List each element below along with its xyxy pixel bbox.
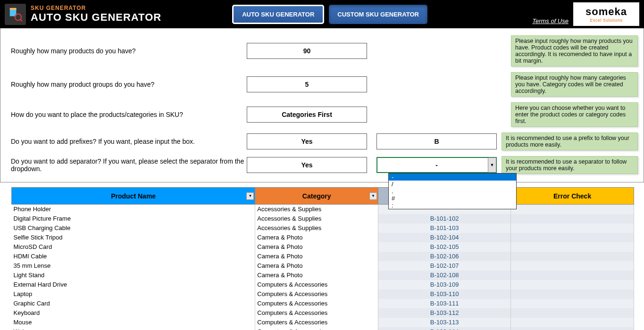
table-row: HDMI CableCamera & PhotoB-102-106: [12, 252, 634, 261]
input-separator-toggle[interactable]: [247, 157, 367, 173]
app-subtitle: SKU GENERATOR: [31, 5, 161, 11]
col-product-name: Product Name ▼: [12, 188, 255, 205]
table-row: KeyboardComputers & AccessoriesB-103-112: [12, 308, 634, 318]
vendor-logo: someka Excel Solutions: [573, 2, 639, 26]
cell-product[interactable]: Graphic Card: [12, 299, 255, 308]
cell-product[interactable]: Keyboard: [12, 308, 255, 318]
cell-error: [511, 242, 634, 252]
cell-category[interactable]: Camera & Photo: [255, 252, 378, 261]
vendor-tag: Excel Solutions: [590, 18, 622, 23]
table-row: USB Charging CableAccessories & Supplies…: [12, 223, 634, 233]
dropdown-item[interactable]: :: [389, 202, 516, 209]
app-title: AUTO SKU GENERATOR: [31, 11, 161, 24]
cell-product[interactable]: Digital Picture Frame: [12, 214, 255, 223]
cell-sku: B-103-112: [378, 308, 511, 318]
hint-products-count: Please input roughly how many products y…: [511, 35, 638, 66]
cell-category[interactable]: Computers & Accessories: [255, 280, 378, 289]
input-groups-count[interactable]: [247, 76, 367, 92]
cell-sku: B-103-110: [378, 289, 511, 299]
label-products-count: Roughly how many products do you have?: [6, 47, 247, 55]
dropdown-item[interactable]: /: [389, 181, 516, 188]
cell-category[interactable]: Accessories & Supplies: [255, 223, 378, 233]
chevron-down-icon[interactable]: ▼: [488, 157, 496, 173]
cell-error: [511, 299, 634, 308]
cell-sku: B-102-105: [378, 242, 511, 252]
label-groups-count: Roughly how many product groups do you h…: [6, 81, 247, 88]
cell-product[interactable]: Light Stand: [12, 271, 255, 280]
app-header: SKU GENERATOR AUTO SKU GENERATOR AUTO SK…: [0, 0, 644, 28]
cell-category[interactable]: Computers & Accessories: [255, 299, 378, 308]
vendor-brand: someka: [585, 6, 627, 18]
col-category: Category ▼: [255, 188, 378, 205]
row-products-count: Roughly how many products do you have? P…: [6, 35, 638, 66]
table-row: External Hard DriveComputers & Accessori…: [12, 280, 634, 289]
header-titles: SKU GENERATOR AUTO SKU GENERATOR: [31, 5, 161, 24]
input-prefix-value[interactable]: [376, 133, 497, 149]
filter-icon[interactable]: ▼: [246, 192, 254, 200]
custom-sku-button[interactable]: CUSTOM SKU GENERATOR: [329, 5, 427, 24]
app-logo-icon: [5, 4, 26, 25]
cell-product[interactable]: USB Charging Cable: [12, 223, 255, 233]
row-separator: Do you want to add separator? If you wan…: [6, 156, 638, 174]
cell-error: [511, 271, 634, 280]
auto-sku-button[interactable]: AUTO SKU GENERATOR: [232, 5, 324, 24]
dropdown-item[interactable]: -: [389, 173, 516, 181]
header-left: SKU GENERATOR AUTO SKU GENERATOR: [5, 4, 161, 25]
cell-error: [511, 233, 634, 242]
cell-product[interactable]: Mouse: [12, 318, 255, 327]
cell-sku: B-101-103: [378, 223, 511, 233]
cell-product[interactable]: HDMI Cable: [12, 252, 255, 261]
cell-category[interactable]: Camera & Photo: [255, 233, 378, 242]
table-row: WebcamComputers & AccessoriesB-103-114: [12, 327, 634, 330]
cell-product[interactable]: Webcam: [12, 327, 255, 330]
cell-category[interactable]: Camera & Photo: [255, 242, 378, 252]
data-grid: Product Name ▼ Category ▼ SKU Error Chec…: [0, 187, 644, 330]
cell-sku: B-102-106: [378, 252, 511, 261]
cell-category[interactable]: Accessories & Supplies: [255, 205, 378, 214]
cell-product[interactable]: MicroSD Card: [12, 242, 255, 252]
cell-product[interactable]: Selfie Stick Tripod: [12, 233, 255, 242]
terms-link[interactable]: Terms of Use: [532, 17, 569, 25]
separator-dropdown-list[interactable]: - / . # :: [388, 173, 517, 209]
dropdown-item[interactable]: #: [389, 195, 516, 202]
cell-sku: B-102-108: [378, 271, 511, 280]
cell-product[interactable]: Phone Holder: [12, 205, 255, 214]
input-products-count[interactable]: [247, 43, 367, 59]
table-row: Digital Picture FrameAccessories & Suppl…: [12, 214, 634, 223]
cell-category[interactable]: Computers & Accessories: [255, 318, 378, 327]
separator-select[interactable]: - ▼: [376, 157, 497, 173]
cell-error: [511, 318, 634, 327]
cell-error: [511, 223, 634, 233]
cell-category[interactable]: Computers & Accessories: [255, 308, 378, 318]
cell-error: [511, 289, 634, 299]
cell-error: [511, 280, 634, 289]
cell-category[interactable]: Computers & Accessories: [255, 289, 378, 299]
separator-value: -: [435, 161, 438, 169]
cell-category[interactable]: Computers & Accessories: [255, 327, 378, 330]
cell-category[interactable]: Camera & Photo: [255, 271, 378, 280]
cell-product[interactable]: 35 mm Lense: [12, 261, 255, 271]
cell-error: [511, 252, 634, 261]
row-prefix: Do you want to add prefixes? If you want…: [6, 132, 638, 150]
svg-point-2: [15, 14, 22, 20]
col-error-check-label: Error Check: [553, 192, 591, 200]
filter-icon[interactable]: ▼: [369, 192, 377, 200]
col-product-name-label: Product Name: [111, 192, 156, 200]
cell-product[interactable]: External Hard Drive: [12, 280, 255, 289]
input-prefix-toggle[interactable]: [247, 133, 367, 149]
hint-prefix: It is recommended to use a prefix to fol…: [502, 132, 638, 150]
cell-error: [511, 214, 634, 223]
cell-category[interactable]: Accessories & Supplies: [255, 214, 378, 223]
cell-product[interactable]: Laptop: [12, 289, 255, 299]
cell-error: [511, 205, 634, 214]
label-separator: Do you want to add separator? If you wan…: [6, 157, 247, 173]
dropdown-item[interactable]: .: [389, 188, 516, 195]
cell-category[interactable]: Camera & Photo: [255, 261, 378, 271]
cell-sku: B-103-114: [378, 327, 511, 330]
cell-sku: B-103-113: [378, 318, 511, 327]
hint-groups-count: Please input roughly how many categories…: [511, 72, 638, 97]
input-placement[interactable]: [247, 107, 367, 123]
cell-sku: B-102-104: [378, 233, 511, 242]
row-groups-count: Roughly how many product groups do you h…: [6, 72, 638, 97]
products-table: Product Name ▼ Category ▼ SKU Error Chec…: [11, 187, 634, 330]
